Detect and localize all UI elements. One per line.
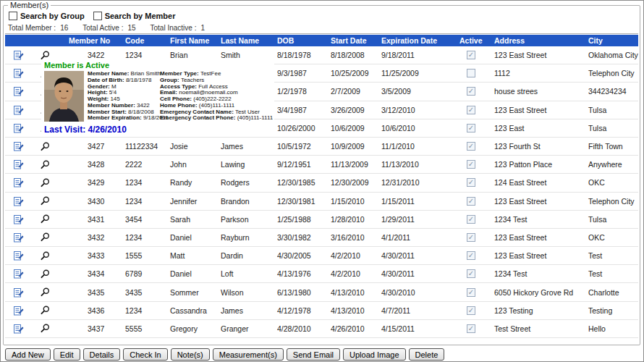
edit-row-icon[interactable] — [5, 119, 37, 137]
cell-city: Tulsa — [582, 119, 638, 137]
table-row[interactable]: 34301234JenniferBrandon12/30/19811/15/20… — [5, 193, 638, 211]
edit-row-icon[interactable] — [5, 320, 37, 337]
cell-dob: 1/25/1988 — [271, 211, 325, 228]
magnifier-icon[interactable] — [37, 302, 63, 319]
cell-expiration_date: 4/7/2011 — [376, 302, 454, 319]
column-header-dob[interactable]: DOB — [271, 35, 325, 46]
cell-dob: 10/5/1972 — [271, 138, 325, 155]
column-header-last_name[interactable]: Last Name — [215, 35, 271, 46]
edit-row-icon[interactable] — [5, 283, 37, 300]
action-measurement-s[interactable]: Measurement(s) — [213, 348, 284, 361]
edit-row-icon[interactable] — [5, 247, 37, 264]
cell-start_date: 4/26/2010 — [325, 320, 376, 337]
cell-address: house strees — [488, 83, 582, 100]
table-row[interactable]: 34375555GregoryGranger4/28/20104/26/2010… — [5, 320, 638, 338]
search-by-group-option[interactable]: Search by Group — [9, 12, 85, 20]
magnifier-icon[interactable] — [37, 138, 63, 155]
cell-member_no: 3437 — [63, 320, 119, 337]
cell-expiration_date: 4/30/2010 — [376, 283, 454, 300]
cell-dob: 12/30/1985 — [271, 174, 325, 191]
table-row[interactable]: 34321234DanielRayburn3/30/19823/16/20104… — [5, 229, 638, 247]
magnifier-icon[interactable] — [37, 229, 63, 246]
magnifier-icon[interactable] — [37, 265, 63, 282]
active-checkbox: ✓ — [467, 87, 475, 96]
table-row[interactable]: 34346789DanielLoft4/13/19764/2/20104/30/… — [5, 265, 638, 283]
search-by-member-checkbox[interactable] — [93, 12, 102, 20]
table-row[interactable]: 34353435SommerWilson6/13/19804/13/20104/… — [5, 283, 638, 301]
action-upload-image[interactable]: Upload Image — [343, 348, 406, 361]
edit-row-icon[interactable] — [5, 156, 37, 173]
cell-expiration_date: 11/13/2010 — [376, 156, 454, 173]
active-checkbox: ✓ — [467, 233, 475, 242]
magnifier-icon[interactable] — [37, 193, 63, 210]
cell-code: 11122334 — [119, 138, 164, 155]
members-fieldset: Member(s) Search by Group Search by Memb… — [3, 1, 640, 345]
edit-row-icon[interactable] — [5, 193, 37, 210]
edit-row-icon[interactable] — [5, 174, 37, 191]
search-by-group-checkbox[interactable] — [9, 12, 17, 20]
action-edit[interactable]: Edit — [54, 348, 80, 361]
search-by-group-label: Search by Group — [20, 12, 85, 20]
column-header-active[interactable]: Active — [454, 35, 488, 46]
action-details[interactable]: Details — [83, 348, 121, 361]
cell-dob: 1/2/1978 — [271, 83, 325, 100]
active-checkbox: ✓ — [467, 51, 475, 59]
table-row[interactable]: 34313454SarahParkson1/25/19881/28/20101/… — [5, 211, 638, 229]
active-checkbox: ✓ — [467, 324, 475, 333]
cell-last_name: Granger — [215, 320, 271, 337]
magnifier-icon[interactable] — [37, 247, 63, 264]
magnifier-icon[interactable] — [37, 174, 63, 191]
edit-row-icon[interactable] — [5, 83, 37, 100]
table-row[interactable]: 34331555MattDardin4/30/20054/2/20104/30/… — [5, 247, 638, 265]
table-row[interactable]: 34291234RandyRodgers12/30/198512/30/2009… — [5, 174, 638, 192]
edit-row-icon[interactable] — [5, 211, 37, 228]
cell-member_no: 3433 — [63, 247, 119, 264]
members-window: Member(s) Search by Group Search by Memb… — [0, 0, 644, 362]
action-note-s[interactable]: Note(s) — [171, 348, 210, 361]
edit-row-icon[interactable] — [5, 302, 37, 319]
cell-city: Hello — [582, 320, 638, 337]
table-row[interactable]: 34282222JohnLawing9/12/195111/13/200911/… — [5, 156, 638, 174]
cell-first_name: Daniel — [164, 229, 215, 246]
edit-row-icon[interactable] — [5, 101, 37, 119]
cell-code: 1234 — [119, 229, 164, 246]
header-spacer — [5, 35, 37, 46]
edit-row-icon[interactable] — [5, 265, 37, 282]
tooltip-field: Member Expiration: 9/18/2011 — [88, 115, 160, 122]
table-row[interactable]: 34361234CassandraJames4/12/19784/13/2010… — [5, 302, 638, 320]
tooltip-body: Member Name: Brian SmithDate of Birth: 8… — [44, 71, 274, 122]
cell-dob: 8/18/1978 — [271, 46, 325, 64]
magnifier-icon[interactable] — [37, 283, 63, 300]
column-header-code[interactable]: Code — [119, 35, 164, 46]
column-header-first_name[interactable]: First Name — [164, 35, 215, 46]
cell-first_name: Daniel — [164, 265, 215, 282]
action-send-email[interactable]: Send Email — [287, 348, 340, 361]
column-header-start_date[interactable]: Start Date — [325, 35, 376, 46]
edit-row-icon[interactable] — [5, 64, 37, 82]
action-delete[interactable]: Delete — [409, 348, 445, 361]
cell-city: Testing — [582, 302, 638, 319]
member-photo — [44, 71, 84, 122]
edit-row-icon[interactable] — [5, 229, 37, 246]
search-by-member-option[interactable]: Search by Member — [93, 12, 176, 20]
cell-expiration_date: 4/30/2011 — [376, 247, 454, 264]
column-header-member_no[interactable]: Member No — [63, 35, 119, 46]
table-row[interactable]: 342711122334JosieJames10/5/197210/9/2009… — [5, 138, 638, 156]
column-header-address[interactable]: Address — [488, 35, 582, 46]
cell-address: 123 East Street — [488, 247, 582, 264]
column-header-expiration_date[interactable]: Expiration Date — [376, 35, 454, 46]
edit-row-icon[interactable] — [5, 46, 37, 64]
cell-start_date: 3/26/2009 — [325, 101, 376, 119]
cell-member_no: 3431 — [63, 211, 119, 228]
cell-dob: 6/13/1980 — [271, 283, 325, 300]
action-add-new[interactable]: Add New — [5, 348, 51, 361]
edit-row-icon[interactable] — [5, 138, 37, 155]
active-checkbox: ✓ — [467, 142, 475, 151]
magnifier-icon[interactable] — [37, 320, 63, 337]
column-header-city[interactable]: City — [582, 35, 638, 46]
magnifier-icon[interactable] — [37, 211, 63, 228]
action-check-in[interactable]: Check In — [123, 348, 167, 361]
cell-address: 123 East Street — [488, 101, 582, 119]
cell-code: 6789 — [119, 265, 164, 282]
magnifier-icon[interactable] — [37, 156, 63, 173]
